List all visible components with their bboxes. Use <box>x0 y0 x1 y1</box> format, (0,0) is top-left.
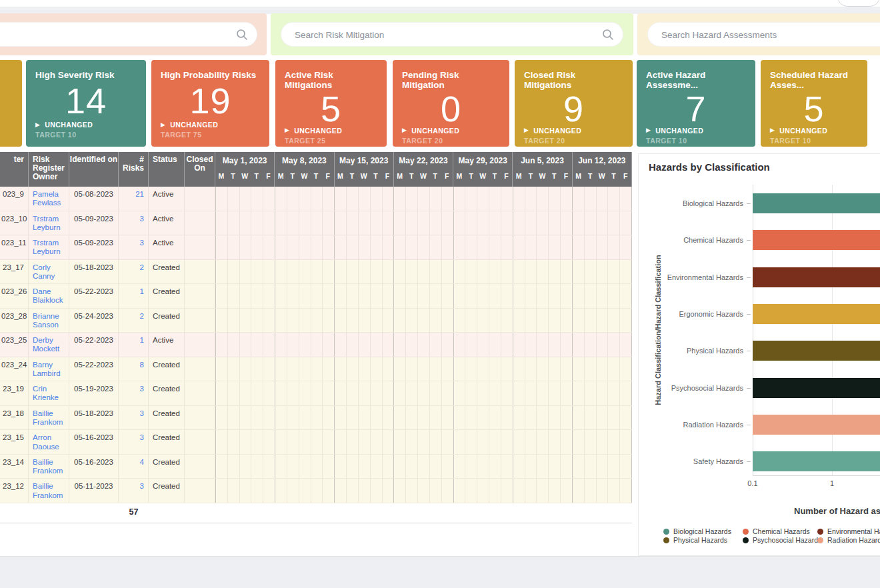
risk-mitigation-search-input[interactable] <box>293 23 597 47</box>
gantt-day-cell <box>358 430 370 454</box>
owner-link[interactable]: Baillie Frankom <box>33 482 63 499</box>
risk-count-link[interactable]: 3 <box>140 409 144 417</box>
gantt-day-cell <box>513 333 525 357</box>
day-letter: M <box>215 169 227 187</box>
risk-count-link[interactable]: 3 <box>140 482 144 490</box>
legend-item-psychosocial-hazards[interactable]: Psychosocial Hazards <box>743 536 821 544</box>
cell-status: Active <box>149 235 185 259</box>
risk-count-link[interactable]: 2 <box>140 312 144 320</box>
kpi-card-target: TARGET 75 <box>161 131 260 139</box>
cell-status: Active <box>149 333 185 357</box>
owner-link[interactable]: Crin Krienke <box>33 385 59 401</box>
bar-environmental-hazards[interactable] <box>753 267 880 287</box>
risk-register-search-input[interactable] <box>0 23 231 47</box>
owner-link[interactable]: Pamela Fewlass <box>33 190 61 207</box>
risk-count-link[interactable]: 3 <box>140 239 144 247</box>
day-letter: T <box>346 169 358 187</box>
legend-item-radiation-hazards[interactable]: Radiation Hazards <box>817 536 880 544</box>
gantt-day-cell <box>441 455 453 479</box>
gantt-day-cell <box>370 333 382 357</box>
gantt-day-cell <box>454 406 465 430</box>
gantt-day-cell <box>619 235 631 259</box>
table-row: 023_11Trstram Leyburn05-09-20233Active <box>0 235 632 260</box>
bar-safety-hazards[interactable] <box>753 451 880 471</box>
gantt-day-cell <box>346 381 358 405</box>
gantt-day-cell <box>573 430 584 454</box>
owner-link[interactable]: Baillie Frankom <box>33 409 63 426</box>
owner-link[interactable]: Corly Canny <box>33 263 55 280</box>
gantt-day-cell <box>489 430 501 454</box>
gantt-grid <box>215 430 632 454</box>
gantt-day-cell <box>405 357 417 381</box>
legend-item-physical-hazards[interactable]: Physical Hazards <box>663 536 727 544</box>
kpi-card-partial[interactable] <box>0 60 22 147</box>
risk-count-link[interactable]: 1 <box>140 336 144 344</box>
bar-ergonomic-hazards[interactable] <box>753 304 880 324</box>
risk-count-link[interactable]: 21 <box>135 190 144 198</box>
category-tick <box>747 203 751 204</box>
kpi-card-scheduled-hazard-asses[interactable]: Scheduled Hazard Asses...5▶UNCHANGEDTARG… <box>761 60 867 147</box>
owner-link[interactable]: Derby Mockett <box>33 336 59 353</box>
gantt-day-cell <box>227 333 239 357</box>
risk-count-link[interactable]: 8 <box>140 361 144 369</box>
category-tick <box>747 351 751 351</box>
owner-link[interactable]: Baillie Frankom <box>33 458 63 475</box>
gantt-day-cell <box>417 357 429 381</box>
gantt-day-cell <box>489 333 501 357</box>
kpi-card-high-probability-risks[interactable]: High Probability Risks19▶UNCHANGEDTARGET… <box>151 60 269 147</box>
owner-link[interactable]: Brianne Sanson <box>33 312 59 329</box>
legend-item-biological-hazards[interactable]: Biological Hazards <box>663 527 731 535</box>
cell-risk-register-id: 023_10 <box>0 211 29 235</box>
corner-pill-button[interactable] <box>837 0 880 7</box>
risk-count-link[interactable]: 2 <box>140 263 144 271</box>
kpi-card-active-hazard-assessme[interactable]: Active Hazard Assessme...7▶UNCHANGEDTARG… <box>637 60 755 147</box>
gantt-day-cell <box>335 430 346 454</box>
gantt-week <box>393 187 453 211</box>
bar-radiation-hazards[interactable] <box>753 415 880 435</box>
hazard-assessments-search-input[interactable] <box>660 23 880 47</box>
cell-num-risks: 3 <box>119 406 149 430</box>
bar-chemical-hazards[interactable] <box>753 230 880 250</box>
risk-count-link[interactable]: 3 <box>140 385 144 393</box>
kpi-card-high-severity-risk[interactable]: High Severity Risk14▶UNCHANGEDTARGET 10 <box>26 60 146 147</box>
risk-register-gantt-table: terRisk Register OwnerIdentified on# Ris… <box>0 152 632 523</box>
gantt-day-cell <box>263 333 275 357</box>
gantt-day-cell <box>382 260 394 284</box>
gantt-day-cell <box>311 479 323 503</box>
gantt-day-cell <box>216 406 227 430</box>
kpi-card-pending-risk-mitigation[interactable]: Pending Risk Mitigation0▶UNCHANGEDTARGET… <box>393 60 509 147</box>
owner-link[interactable]: Arron Daouse <box>33 433 59 450</box>
day-letter: T <box>310 169 322 187</box>
bar-physical-hazards[interactable] <box>753 341 880 361</box>
bar-biological-hazards[interactable] <box>753 193 880 213</box>
gantt-day-cell <box>441 333 453 357</box>
risk-count-link[interactable]: 1 <box>140 287 144 295</box>
gantt-day-cell <box>417 235 429 259</box>
gantt-week <box>453 187 513 211</box>
gantt-day-cell <box>548 479 560 503</box>
risk-count-link[interactable]: 3 <box>140 433 144 441</box>
bar-psychosocial-hazards[interactable] <box>753 378 880 398</box>
kpi-card-closed-risk-mitigations[interactable]: Closed Risk Mitigations9▶UNCHANGEDTARGET… <box>515 60 633 147</box>
gantt-day-cell <box>275 284 287 308</box>
owner-link[interactable]: Barny Lambird <box>33 361 61 377</box>
risk-count-link[interactable]: 3 <box>140 215 144 223</box>
owner-link[interactable]: Trstram Leyburn <box>33 215 61 231</box>
risk-count-link[interactable]: 4 <box>140 458 144 466</box>
kpi-card-value: 5 <box>770 91 858 127</box>
gantt-grid <box>215 309 632 333</box>
gantt-week <box>275 406 334 430</box>
gantt-day-cell <box>536 357 548 381</box>
legend-dot <box>743 537 749 543</box>
category-label: Psychosocial Hazards <box>639 384 743 392</box>
owner-link[interactable]: Dane Blaiklock <box>33 287 63 304</box>
gantt-day-cell <box>394 430 405 454</box>
gantt-day-cell <box>405 430 417 454</box>
day-letter: T <box>429 169 441 187</box>
gantt-day-cell <box>513 309 525 333</box>
legend-item-environmental-hazards[interactable]: Environmental Hazards <box>817 527 880 535</box>
legend-item-chemical-hazards[interactable]: Chemical Hazards <box>743 527 810 535</box>
owner-link[interactable]: Trstram Leyburn <box>33 239 61 255</box>
gantt-day-cell <box>239 284 251 308</box>
kpi-card-active-risk-mitigations[interactable]: Active Risk Mitigations5▶UNCHANGEDTARGET… <box>275 60 387 147</box>
